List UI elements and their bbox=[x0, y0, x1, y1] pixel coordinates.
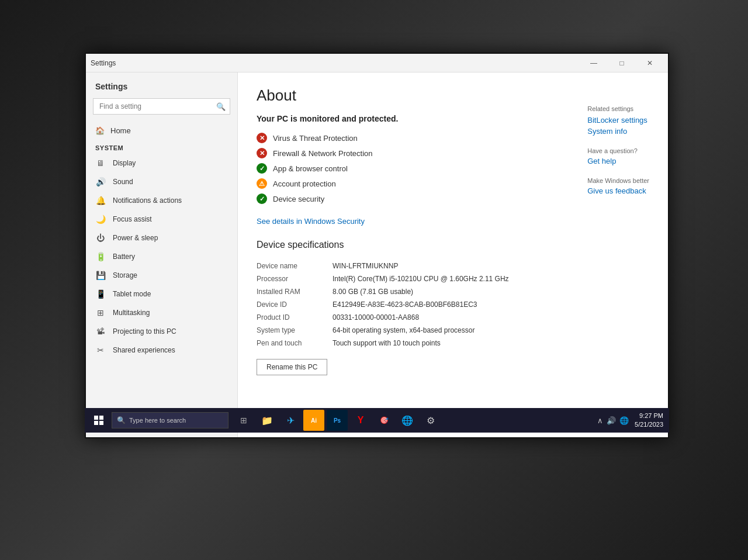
spec-value-ram: 8.00 GB (7.81 GB usable) bbox=[333, 285, 649, 298]
chrome-button[interactable]: 🌐 bbox=[397, 410, 418, 431]
get-help-link[interactable]: Get help bbox=[587, 157, 649, 165]
display-icon: 🖥 bbox=[95, 158, 106, 168]
device-status-icon: ✓ bbox=[257, 193, 267, 204]
sidebar-item-shared[interactable]: ✂ Shared experiences bbox=[86, 341, 237, 359]
see-details-link[interactable]: See details in Windows Security bbox=[257, 217, 365, 226]
sidebar-item-multitasking[interactable]: ⊞ Multitasking bbox=[86, 303, 237, 322]
task-view-button[interactable]: ⊞ bbox=[233, 410, 254, 431]
make-windows-section: Make Windows better Give us feedback bbox=[587, 177, 649, 195]
settings-layout: Settings 🔍 🏠 Home System 🖥 Display 🔊 Sou… bbox=[86, 72, 668, 437]
title-bar: Settings — □ ✕ bbox=[86, 54, 668, 72]
windows-icon bbox=[94, 416, 103, 425]
spec-row-system-type: System type 64-bit operating system, x64… bbox=[257, 324, 649, 337]
spec-value-device-id: E412949E-A83E-4623-8CAB-B00BF6B81EC3 bbox=[333, 298, 649, 311]
battery-icon: 🔋 bbox=[95, 252, 106, 261]
chevron-icon[interactable]: ∧ bbox=[597, 416, 603, 425]
firewall-label: Firewall & Network Protection bbox=[273, 149, 373, 158]
home-icon: 🏠 bbox=[95, 126, 105, 135]
spec-value-system-type: 64-bit operating system, x64-based proce… bbox=[333, 324, 649, 337]
search-icon: 🔍 bbox=[216, 102, 226, 111]
sidebar-search-container: 🔍 bbox=[93, 98, 230, 115]
page-title: About bbox=[257, 87, 649, 105]
home-label: Home bbox=[110, 126, 131, 135]
spec-label-processor: Processor bbox=[257, 272, 333, 285]
telegram-button[interactable]: ✈ bbox=[280, 410, 301, 431]
specs-table: Device name WIN-LFRTMIUKNNP Processor In… bbox=[257, 260, 649, 350]
sidebar-item-sound[interactable]: 🔊 Sound bbox=[86, 172, 237, 191]
virus-status-icon: ✕ bbox=[257, 133, 267, 143]
sound-icon: 🔊 bbox=[95, 177, 106, 186]
sidebar-item-storage[interactable]: 💾 Storage bbox=[86, 266, 237, 285]
system-icons: ∧ 🔊 🌐 bbox=[594, 416, 632, 425]
device-specs-title: Device specifications bbox=[257, 240, 649, 250]
firewall-status-icon: ✕ bbox=[257, 148, 267, 158]
sidebar-item-battery[interactable]: 🔋 Battery bbox=[86, 247, 237, 266]
multitasking-icon: ⊞ bbox=[95, 308, 106, 317]
volume-icon[interactable]: 🔊 bbox=[607, 416, 616, 425]
app6-button[interactable]: 🎯 bbox=[373, 410, 394, 431]
focus-icon: 🌙 bbox=[95, 215, 106, 224]
main-content: About Your PC is monitored and protected… bbox=[238, 72, 668, 437]
settings-taskbar-button[interactable]: ⚙ bbox=[420, 410, 441, 431]
bitlocker-link[interactable]: BitLocker settings bbox=[587, 116, 649, 125]
settings-window: Settings — □ ✕ Settings 🔍 🏠 Home System … bbox=[85, 53, 669, 438]
related-settings-label: Related settings bbox=[587, 105, 649, 112]
sidebar-item-projecting[interactable]: 📽 Projecting to this PC bbox=[86, 322, 237, 341]
power-icon: ⏻ bbox=[95, 233, 106, 243]
spec-value-device-name: WIN-LFRTMIUKNNP bbox=[333, 260, 649, 272]
rename-pc-button[interactable]: Rename this PC bbox=[257, 359, 327, 375]
storage-icon: 💾 bbox=[95, 271, 106, 280]
make-windows-label: Make Windows better bbox=[587, 177, 649, 184]
spec-row-ram: Installed RAM 8.00 GB (7.81 GB usable) bbox=[257, 285, 649, 298]
sidebar-title: Settings bbox=[86, 72, 237, 96]
device-label: Device security bbox=[273, 195, 324, 203]
sound-label: Sound bbox=[113, 178, 133, 186]
tablet-icon: 📱 bbox=[95, 289, 106, 299]
window-controls: — □ ✕ bbox=[580, 54, 663, 72]
battery-label: Battery bbox=[113, 253, 135, 261]
account-label: Account protection bbox=[273, 179, 336, 188]
display-label: Display bbox=[113, 159, 136, 167]
yandex-button[interactable]: Y bbox=[350, 410, 371, 431]
sidebar-item-notifications[interactable]: 🔔 Notifications & actions bbox=[86, 191, 237, 210]
network-icon[interactable]: 🌐 bbox=[619, 416, 629, 425]
projecting-icon: 📽 bbox=[95, 327, 106, 336]
notifications-label: Notifications & actions bbox=[113, 196, 182, 205]
have-question-section: Have a question? Get help bbox=[587, 147, 649, 165]
search-input[interactable] bbox=[93, 98, 230, 115]
maximize-button[interactable]: □ bbox=[608, 54, 635, 72]
taskbar-system-tray: ∧ 🔊 🌐 9:27 PM 5/21/2023 bbox=[594, 412, 667, 430]
spec-label-system-type: System type bbox=[257, 324, 333, 337]
spec-row-device-id: Device ID E412949E-A83E-4623-8CAB-B00BF6… bbox=[257, 298, 649, 311]
spec-label-product-id: Product ID bbox=[257, 311, 333, 324]
sidebar-section-title: System bbox=[86, 140, 237, 154]
spec-label-ram: Installed RAM bbox=[257, 285, 333, 298]
related-settings-panel: Related settings BitLocker settings Syst… bbox=[587, 105, 649, 198]
taskbar-search-bar[interactable]: 🔍 Type here to search bbox=[112, 412, 228, 428]
spec-row-pen-touch: Pen and touch Touch support with 10 touc… bbox=[257, 337, 649, 350]
taskbar: 🔍 Type here to search ⊞ 📁 ✈ Ai Ps Y 🎯 🌐 … bbox=[85, 408, 669, 433]
notifications-icon: 🔔 bbox=[95, 196, 106, 205]
minimize-button[interactable]: — bbox=[580, 54, 607, 72]
clock[interactable]: 9:27 PM 5/21/2023 bbox=[635, 412, 667, 430]
sidebar-item-tablet[interactable]: 📱 Tablet mode bbox=[86, 285, 237, 303]
sidebar-item-power[interactable]: ⏻ Power & sleep bbox=[86, 229, 237, 247]
start-button[interactable] bbox=[87, 408, 110, 433]
photoshop-button[interactable]: Ps bbox=[327, 410, 348, 431]
close-button[interactable]: ✕ bbox=[636, 54, 663, 72]
file-explorer-button[interactable]: 📁 bbox=[257, 410, 278, 431]
sidebar-home[interactable]: 🏠 Home bbox=[86, 122, 237, 140]
feedback-link[interactable]: Give us feedback bbox=[587, 186, 649, 195]
clock-time: 9:27 PM bbox=[639, 412, 663, 420]
spec-row-device-name: Device name WIN-LFRTMIUKNNP bbox=[257, 260, 649, 272]
illustrator-button[interactable]: Ai bbox=[303, 410, 324, 431]
spec-value-pen-touch: Touch support with 10 touch points bbox=[333, 337, 649, 350]
tablet-label: Tablet mode bbox=[113, 290, 151, 298]
sidebar-item-display[interactable]: 🖥 Display bbox=[86, 154, 237, 172]
spec-value-processor: Intel(R) Core(TM) i5-10210U CPU @ 1.60GH… bbox=[333, 272, 649, 285]
taskbar-search-text: Type here to search bbox=[129, 417, 186, 424]
sidebar-item-focus[interactable]: 🌙 Focus assist bbox=[86, 210, 237, 229]
spec-row-processor: Processor Intel(R) Core(TM) i5-10210U CP… bbox=[257, 272, 649, 285]
window-title: Settings bbox=[91, 59, 116, 67]
system-info-link[interactable]: System info bbox=[587, 127, 649, 136]
